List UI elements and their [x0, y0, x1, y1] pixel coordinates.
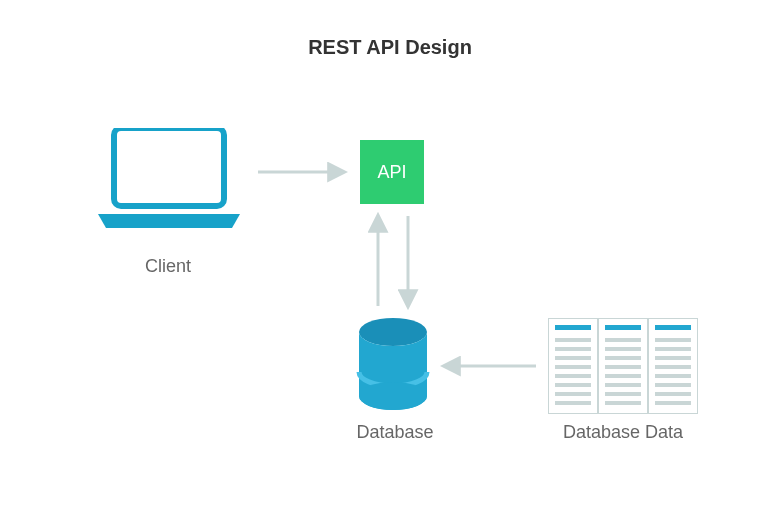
database-data-icon	[548, 318, 698, 414]
svg-rect-9	[555, 338, 591, 342]
svg-rect-11	[555, 356, 591, 360]
svg-rect-16	[555, 401, 591, 405]
svg-rect-10	[555, 347, 591, 351]
svg-rect-31	[655, 392, 691, 396]
svg-rect-7	[605, 325, 641, 330]
database-icon	[356, 318, 430, 410]
svg-rect-18	[605, 347, 641, 351]
svg-rect-29	[655, 374, 691, 378]
svg-rect-27	[655, 356, 691, 360]
database-data-label: Database Data	[548, 422, 698, 443]
api-box: API	[360, 140, 424, 204]
api-label: API	[377, 162, 406, 183]
client-laptop-icon	[94, 128, 244, 232]
svg-point-2	[359, 382, 427, 410]
svg-rect-21	[605, 374, 641, 378]
svg-rect-19	[605, 356, 641, 360]
diagram-title: REST API Design	[308, 36, 472, 59]
svg-rect-14	[555, 383, 591, 387]
svg-rect-13	[555, 374, 591, 378]
database-label: Database	[340, 422, 450, 443]
svg-rect-22	[605, 383, 641, 387]
client-label: Client	[98, 256, 238, 277]
svg-rect-8	[655, 325, 691, 330]
svg-rect-0	[114, 128, 224, 206]
svg-rect-12	[555, 365, 591, 369]
svg-rect-6	[555, 325, 591, 330]
svg-rect-30	[655, 383, 691, 387]
svg-rect-20	[605, 365, 641, 369]
svg-point-1	[359, 318, 427, 346]
svg-rect-23	[605, 392, 641, 396]
svg-rect-25	[655, 338, 691, 342]
svg-rect-26	[655, 347, 691, 351]
svg-rect-17	[605, 338, 641, 342]
svg-rect-24	[605, 401, 641, 405]
svg-rect-15	[555, 392, 591, 396]
svg-rect-28	[655, 365, 691, 369]
svg-rect-32	[655, 401, 691, 405]
